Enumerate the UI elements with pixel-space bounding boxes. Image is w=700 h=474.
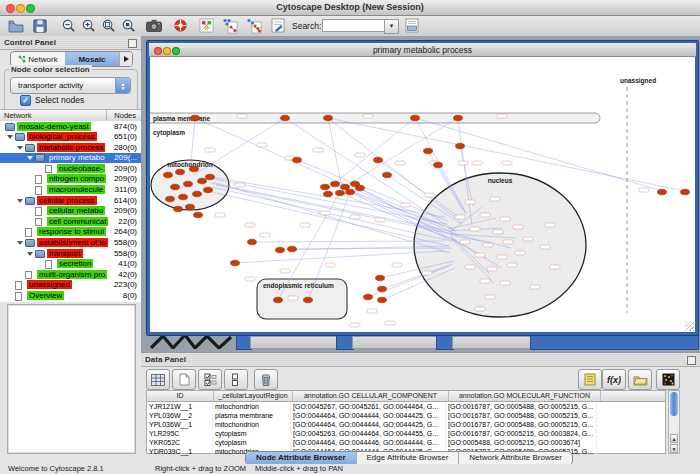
graph-node[interactable]: [454, 115, 463, 121]
graph-node[interactable]: [364, 294, 373, 300]
zoom-fit-button[interactable]: [98, 17, 118, 34]
birds-eye-view-panel[interactable]: [7, 304, 136, 454]
color-attribute-dropdown[interactable]: transporter activity ▲▼: [10, 77, 131, 94]
graph-node[interactable]: [304, 297, 313, 303]
notes-button[interactable]: [578, 369, 602, 390]
graph-node[interactable]: [456, 143, 465, 149]
graph-node[interactable]: [281, 115, 290, 121]
save-session-button[interactable]: [30, 17, 50, 34]
select-nodes-checkbox[interactable]: ✓: [20, 95, 31, 106]
import-attributes-button[interactable]: [628, 369, 652, 390]
tree-row-establishment-of-lo[interactable]: establishment of lo558(0): [0, 238, 141, 249]
graph-node[interactable]: [198, 178, 207, 184]
tree-row-transport[interactable]: transport558(0): [0, 248, 141, 259]
tree-row-biological-process[interactable]: biological_process651(0): [0, 132, 141, 143]
table-row[interactable]: YPL036W__1mitochondrion[GO:0044464, GO:0…: [147, 420, 665, 429]
column-header-2[interactable]: _cellularLayoutRegion: [214, 391, 293, 401]
graph-node[interactable]: [411, 115, 420, 121]
select-attributes-button[interactable]: [198, 369, 222, 390]
column-header-4[interactable]: annotation.GO MOLECULAR_FUNCTION: [449, 391, 601, 401]
search-dropdown-button[interactable]: ▼: [384, 19, 399, 34]
unselect-attributes-button[interactable]: [224, 369, 248, 390]
graph-node[interactable]: [176, 169, 185, 175]
graph-node[interactable]: [378, 286, 387, 292]
tree-column-divider[interactable]: [106, 110, 107, 121]
column-header-3[interactable]: annotation.GO CELLULAR_COMPONENT: [293, 391, 449, 401]
expand-arrow-icon[interactable]: [27, 156, 33, 160]
annotation-button[interactable]: [268, 17, 288, 34]
graph-node[interactable]: [341, 184, 350, 190]
network-canvas[interactable]: plasma membranecytoplasmmitochondrionnuc…: [150, 57, 695, 332]
graph-node[interactable]: [206, 174, 215, 180]
graph-node[interactable]: [324, 191, 333, 197]
graph-node[interactable]: [186, 204, 195, 210]
graph-node[interactable]: [274, 297, 283, 303]
network-view-titlebar[interactable]: primary metabolic process: [149, 43, 696, 57]
zoom-selected-button[interactable]: [118, 17, 138, 34]
graph-node[interactable]: [193, 191, 202, 197]
scroll-up-button[interactable]: ▲: [670, 434, 678, 443]
matrix-view-button[interactable]: [656, 369, 680, 390]
delete-attribute-button[interactable]: [254, 369, 278, 390]
graph-node[interactable]: [194, 212, 203, 218]
resize-grip-icon[interactable]: [685, 322, 694, 331]
expand-arrow-icon[interactable]: [17, 199, 23, 203]
tree-row-secretion[interactable]: secretion41(0): [0, 259, 141, 270]
graph-node[interactable]: [383, 172, 392, 178]
attribute-editor-button[interactable]: [402, 17, 422, 34]
graph-node[interactable]: [324, 115, 333, 121]
graph-node[interactable]: [681, 189, 690, 195]
attribute-table[interactable]: ID_cellularLayoutRegionannotation.GO CEL…: [146, 390, 666, 454]
new-attribute-button[interactable]: [172, 369, 196, 390]
tab-scroll-right-button[interactable]: [119, 52, 132, 66]
tree-row-unassigned[interactable]: unassigned223(0): [0, 280, 141, 291]
tree-row-response-to-stimul[interactable]: response to stimul264(0): [0, 227, 141, 238]
graph-node[interactable]: [190, 166, 199, 172]
graph-node[interactable]: [204, 187, 213, 193]
attribute-table-button[interactable]: [146, 369, 170, 390]
graph-node[interactable]: [346, 189, 355, 195]
graph-node[interactable]: [293, 157, 302, 163]
graph-node[interactable]: [376, 275, 385, 281]
tab-network[interactable]: Network: [11, 52, 65, 66]
graph-node[interactable]: [276, 247, 285, 253]
graph-node[interactable]: [424, 148, 433, 154]
tab-mosaic[interactable]: Mosaic: [65, 52, 119, 66]
table-row[interactable]: YLR295Ccytoplasm[GO:0045263, GO:0044464,…: [147, 429, 665, 438]
graph-node[interactable]: [434, 162, 443, 168]
table-row[interactable]: YPL036W__2plasma membrane[GO:0044464, GO…: [147, 411, 665, 420]
tree-row-cell-communicat[interactable]: cell communicat22(0): [0, 216, 141, 227]
expand-arrow-icon[interactable]: [7, 135, 13, 139]
table-row[interactable]: YJR121W__1mitochondrion[GO:0045267, GO:0…: [147, 402, 665, 411]
graph-node[interactable]: [231, 260, 240, 266]
network-graph[interactable]: plasma membranecytoplasmmitochondrionnuc…: [150, 57, 695, 332]
region-plasma-membrane[interactable]: [150, 113, 600, 123]
graph-node[interactable]: [248, 239, 257, 245]
tree-row-nitrogen-compo[interactable]: nitrogen compo209(0): [0, 174, 141, 185]
graph-node[interactable]: [191, 115, 200, 121]
tree-row-cellular-process[interactable]: cellular process614(0): [0, 195, 141, 206]
layout-button-2[interactable]: [244, 17, 264, 34]
tree-row-nucleobase-[interactable]: nucleobase-209(0): [0, 163, 141, 174]
layout-button-1[interactable]: [220, 17, 240, 34]
tree-row-primary-metabo[interactable]: primary metabo209(...: [0, 153, 141, 164]
search-input[interactable]: [322, 19, 386, 32]
table-scrollbar[interactable]: ▲ ▼: [668, 390, 680, 454]
graph-node[interactable]: [356, 185, 365, 191]
zoom-out-button[interactable]: [58, 17, 78, 34]
tree-column-network[interactable]: Network: [4, 111, 32, 120]
snapshot-button[interactable]: [144, 17, 164, 34]
tree-row-overview[interactable]: Overview8(0): [0, 291, 141, 302]
float-panel-icon[interactable]: [128, 39, 137, 48]
graph-node[interactable]: [166, 196, 175, 202]
expand-arrow-icon[interactable]: [17, 241, 23, 245]
graph-node[interactable]: [179, 194, 188, 200]
tree-row-cellular-metabo[interactable]: cellular metabo209(0): [0, 206, 141, 217]
function-builder-button[interactable]: f(x): [602, 369, 626, 390]
tree-row-mosaic-demo-yeast[interactable]: mosaic-demo-yeast874(0): [0, 121, 141, 132]
float-panel-icon[interactable]: [687, 356, 696, 365]
table-row[interactable]: YKR052Ccytoplasm[GO:0044464, GO:0044446,…: [147, 438, 665, 447]
graph-node[interactable]: [288, 246, 297, 252]
graph-node[interactable]: [658, 189, 667, 195]
scroll-down-button[interactable]: ▼: [670, 444, 678, 453]
